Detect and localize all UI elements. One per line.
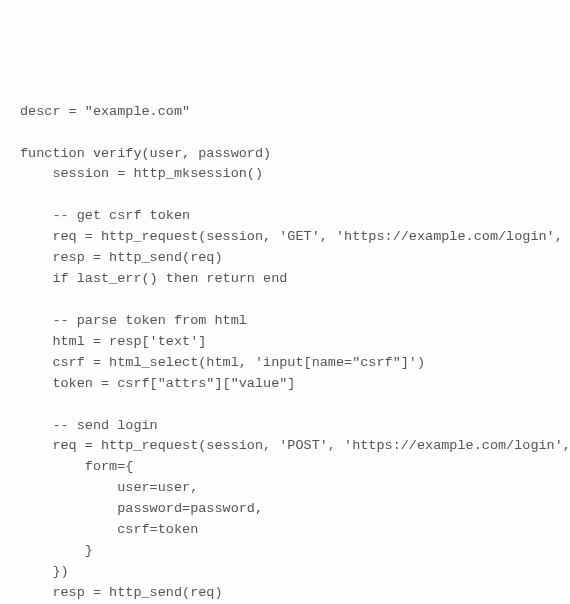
code-line: user=user, (20, 480, 198, 495)
code-line: password=password, (20, 501, 263, 516)
code-line: token = csrf["attrs"]["value"] (20, 376, 295, 391)
code-line: }) (20, 564, 69, 579)
code-line: } (20, 543, 93, 558)
code-line: html = resp['text'] (20, 334, 206, 349)
code-line: req = http_request(session, 'GET', 'http… (20, 229, 570, 244)
code-line: -- parse token from html (20, 313, 247, 328)
code-line: resp = http_send(req) (20, 250, 223, 265)
code-line: descr = "example.com" (20, 104, 190, 119)
code-line: resp = http_send(req) (20, 585, 223, 600)
code-line: form={ (20, 459, 133, 474)
code-line: req = http_request(session, 'POST', 'htt… (20, 438, 570, 453)
code-line: -- send login (20, 418, 158, 433)
code-line: csrf=token (20, 522, 198, 537)
code-line: csrf = html_select(html, 'input[name="cs… (20, 355, 425, 370)
code-block: descr = "example.com" function verify(us… (20, 102, 550, 604)
code-line: function verify(user, password) (20, 146, 271, 161)
code-line: if last_err() then return end (20, 271, 287, 286)
code-line: -- get csrf token (20, 208, 190, 223)
code-line: session = http_mksession() (20, 166, 263, 181)
